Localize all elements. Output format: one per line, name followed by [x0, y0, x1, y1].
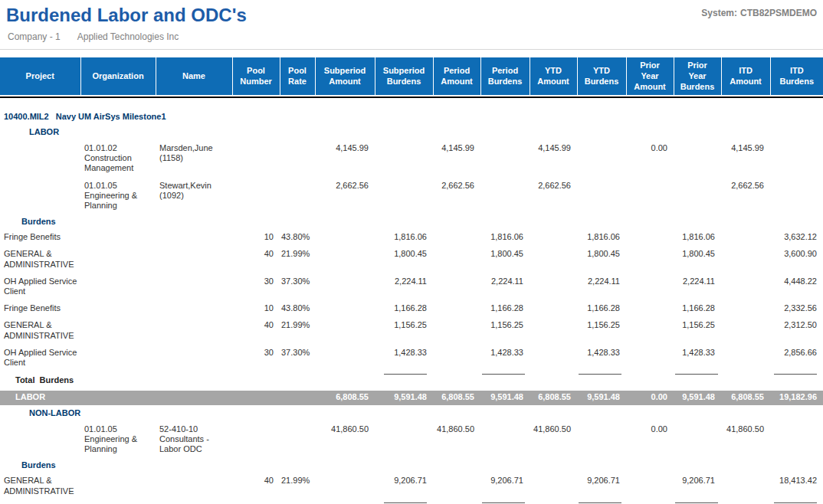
table-row-project: 10400.MIL2Navy UM AirSys Milestone1: [0, 110, 823, 126]
cell-organization: [80, 247, 156, 274]
cell-subperiod-burdens: 1,816.06: [375, 231, 433, 247]
cell-pool-number: [232, 423, 280, 460]
cell-prior-year-amount: [626, 247, 674, 274]
cell-ytd-burdens: 9,591.48: [577, 391, 626, 406]
cell-ytd-amount: [530, 346, 577, 373]
project-name: Navy UM AirSys Milestone1: [56, 112, 166, 121]
cell-period-burdens: 1,166.28: [480, 302, 530, 319]
cell-subperiod-burdens: 1,156.25: [375, 319, 433, 345]
cell-ytd-amount: 41,860.50: [530, 423, 577, 460]
group-label-cell: LABOR: [0, 126, 823, 142]
cell-subperiod-amount: 41,860.50: [315, 423, 375, 460]
cell-period-burdens: [480, 179, 530, 217]
cell-subperiod-burdens: [375, 142, 433, 179]
cell-organization: [80, 275, 156, 302]
cell-period-amount: [433, 474, 480, 501]
cell-subperiod-burdens: 1,800.45: [375, 247, 433, 274]
group-label-cell: NON-LABOR: [0, 406, 823, 423]
cell-prior-year-amount: 0.00: [626, 423, 674, 460]
cell-itd-burdens: 2,312.50: [770, 319, 823, 345]
project-id: 10400.MIL2: [4, 112, 49, 121]
cell-project: [0, 423, 80, 460]
cell-pool-rate: 43.80%: [280, 231, 315, 247]
cell-period-burdens: 1,156.25: [480, 319, 530, 345]
column-header-ytd-amount: YTD Amount: [530, 57, 577, 96]
cell-ytd-burdens: [577, 423, 626, 460]
table-row-totalburdens: Total Burdens: [0, 373, 823, 391]
column-header-organization: Organization: [80, 57, 156, 96]
cell-prior-year-burdens: [674, 142, 721, 179]
cell-period-burdens: [480, 423, 530, 460]
company-line: Company - 1Applied Technologies Inc: [0, 26, 823, 49]
cell-pool-number: [232, 179, 280, 217]
column-header-subperiod-amount: Subperiod Amount: [315, 57, 375, 96]
cell-prior-year-burdens: 1,800.45: [674, 247, 721, 274]
cell-project: [0, 179, 80, 217]
table-row-detail: 01.01.05 Engineering & PlanningStewart,K…: [0, 179, 823, 217]
cell-pool-rate: [280, 142, 315, 179]
cell-period-amount: 6,808.55: [433, 391, 480, 406]
cell-pool-number: [232, 142, 280, 179]
cell-ytd-burdens: 1,156.25: [577, 319, 626, 345]
cell-pool-rate: 37.30%: [280, 275, 315, 302]
cell-pool-number: 40: [232, 474, 280, 501]
cell-pool-number: 10: [232, 302, 280, 319]
cell-prior-year-burdens: 2,224.11: [674, 275, 721, 302]
cell-pool-rate: 21.99%: [280, 247, 315, 274]
cell-ytd-amount: [530, 373, 577, 391]
cell-ytd-burdens: [577, 373, 626, 391]
cell-ytd-burdens: 1,800.45: [577, 247, 626, 274]
cell-prior-year-burdens: 9,591.48: [674, 391, 721, 406]
cell-prior-year-amount: [626, 275, 674, 302]
cell-period-amount: 2,662.56: [433, 179, 480, 217]
sum-underline: [579, 374, 621, 375]
cell-name: Stewart,Kevin (1092): [156, 179, 232, 217]
cell-pool-number: 40: [232, 247, 280, 274]
cell-name: [156, 346, 232, 373]
cell-prior-year-burdens: 1,156.25: [674, 319, 721, 345]
cell-organization: [80, 391, 156, 406]
cell-prior-year-amount: [626, 302, 674, 319]
table-header: Project Organization Name Pool Number Po…: [0, 57, 823, 96]
sum-underline: [675, 374, 718, 375]
cell-pool-rate: [280, 179, 315, 217]
cell-itd-amount: [721, 474, 770, 501]
cell-subperiod-burdens: 9,206.71: [375, 474, 433, 501]
cell-subperiod-amount: [315, 373, 375, 391]
cell-itd-amount: [721, 319, 770, 345]
cell-itd-burdens: 18,413.42: [770, 474, 823, 501]
header-rule-section: [0, 96, 823, 110]
cell-ytd-amount: [530, 302, 577, 319]
group-label-cell: Burdens: [0, 460, 823, 474]
cell-period-burdens: [480, 142, 530, 179]
page-title: Burdened Labor and ODC's: [6, 5, 247, 26]
cell-pool-number: 30: [232, 275, 280, 302]
cell-itd-burdens: 2,332.56: [770, 302, 823, 319]
cell-pool-rate: [280, 391, 315, 406]
cell-ytd-burdens: [577, 142, 626, 179]
cell-name: [156, 319, 232, 345]
cell-ytd-amount: 2,662.56: [530, 179, 577, 217]
cell-subperiod-amount: [315, 319, 375, 345]
cell-project: GENERAL & ADMINISTRATIVE: [0, 474, 80, 501]
header-row: Project Organization Name Pool Number Po…: [0, 57, 823, 96]
cell-organization: [80, 474, 156, 501]
cell-prior-year-amount: [626, 346, 674, 373]
cell-prior-year-amount: [626, 231, 674, 247]
column-header-period-amount: Period Amount: [433, 57, 480, 96]
cell-period-burdens: 9,591.48: [480, 391, 530, 406]
cell-pool-rate: 21.99%: [280, 319, 315, 345]
cell-itd-burdens: [770, 142, 823, 179]
cell-project: GENERAL & ADMINISTRATIVE: [0, 247, 80, 274]
cell-project: LABOR: [0, 391, 80, 406]
table-row-group1: NON-LABOR: [0, 406, 823, 423]
table-row-detail: GENERAL & ADMINISTRATIVE4021.99%9,206.71…: [0, 474, 823, 501]
sum-underline: [482, 374, 525, 375]
cell-period-amount: [433, 319, 480, 345]
cell-prior-year-burdens: 9,206.71: [674, 474, 721, 501]
report-body: 10400.MIL2Navy UM AirSys Milestone1LABOR…: [0, 110, 823, 504]
table-row-group1: LABOR: [0, 126, 823, 142]
cell-subperiod-amount: [315, 247, 375, 274]
company-label: Company - 1: [8, 31, 61, 42]
cell-period-burdens: 1,428.33: [480, 346, 530, 373]
